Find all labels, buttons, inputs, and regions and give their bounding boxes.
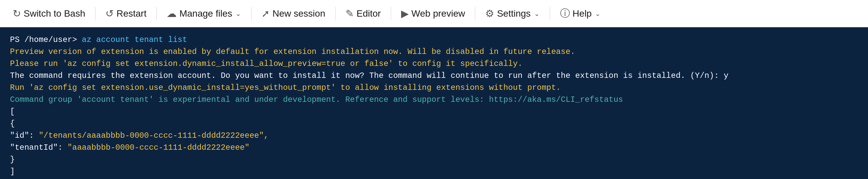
terminal: PS /home/user> az account tenant list Pr… (0, 27, 868, 179)
web-preview-label: Web preview (411, 8, 465, 19)
help-chevron-icon: ⌄ (595, 10, 600, 18)
json-tenant-val: "aaaabbbb-0000-cccc-1111-dddd2222eeee" (67, 143, 249, 152)
restart-label: Restart (116, 8, 146, 19)
divider-5 (391, 7, 391, 20)
help-button[interactable]: ⓘ Help ⌄ (554, 3, 607, 24)
json-tenant-line: "tenantId": "aaaabbbb-0000-cccc-1111-ddd… (10, 142, 858, 154)
json-tenant-key: "tenantId": (10, 143, 63, 152)
manage-files-button[interactable]: ☁ Manage files ⌄ (161, 3, 247, 24)
settings-button[interactable]: ⚙ Settings ⌄ (479, 3, 546, 24)
new-session-icon: ➚ (261, 8, 270, 19)
output-line-1: Preview version of extension is enabled … (10, 46, 858, 58)
output-line-4: Run 'az config set extension.use_dynamic… (10, 82, 858, 94)
switch-to-bash-label: Switch to Bash (24, 8, 85, 19)
json-close-bracket: ] (10, 166, 858, 178)
settings-chevron-icon: ⌄ (534, 10, 540, 18)
json-id-key: "id": (10, 131, 34, 140)
settings-label: Settings (497, 8, 530, 19)
manage-files-label: Manage files (179, 8, 232, 19)
divider-3 (251, 7, 251, 20)
new-session-label: New session (272, 8, 325, 19)
divider-7 (550, 7, 550, 20)
help-label: Help (573, 8, 592, 19)
editor-button[interactable]: ✎ Editor (340, 3, 387, 24)
output-line-2: Please run 'az config set extension.dyna… (10, 58, 858, 70)
switch-to-bash-button[interactable]: ↻ Switch to Bash (7, 3, 91, 24)
manage-files-icon: ☁ (166, 8, 177, 19)
divider-2 (156, 7, 157, 20)
editor-label: Editor (356, 8, 381, 19)
editor-icon: ✎ (345, 8, 354, 19)
prompt-command: az account tenant list (82, 35, 187, 44)
divider-4 (335, 7, 336, 20)
divider-6 (475, 7, 475, 20)
json-open-brace: { (10, 118, 858, 130)
output-line-3: The command requires the extension accou… (10, 70, 858, 82)
json-id-line: "id": "/tenants/aaaabbbb-0000-cccc-1111-… (10, 130, 858, 142)
divider-1 (95, 7, 95, 20)
web-preview-button[interactable]: ▶ Web preview (395, 3, 471, 24)
restart-icon: ↺ (105, 8, 114, 19)
switch-icon: ↻ (13, 8, 21, 19)
restart-button[interactable]: ↺ Restart (99, 3, 152, 24)
json-close-brace: } (10, 154, 858, 166)
json-id-val: "/tenants/aaaabbbb-0000-cccc-1111-dddd22… (38, 131, 268, 140)
prompt-line: PS /home/user> az account tenant list (10, 34, 858, 46)
output-line-5: Command group 'account tenant' is experi… (10, 94, 858, 106)
new-session-button[interactable]: ➚ New session (255, 3, 331, 24)
settings-icon: ⚙ (485, 8, 494, 19)
web-preview-icon: ▶ (401, 8, 409, 19)
manage-files-chevron-icon: ⌄ (236, 10, 241, 18)
prompt-path: PS /home/user> (10, 35, 77, 44)
json-open-bracket: [ (10, 106, 858, 118)
help-icon: ⓘ (560, 7, 570, 20)
toolbar: ↻ Switch to Bash ↺ Restart ☁ Manage file… (0, 0, 868, 27)
